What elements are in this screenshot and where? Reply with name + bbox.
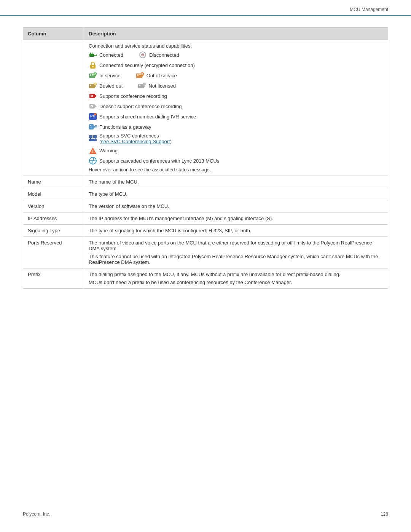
svc-link-wrap: (see SVC Conferencing Support) [99, 139, 172, 144]
ivr-row: IVR * Supports shared number dialing IVR… [89, 112, 383, 121]
table-row-name: Name The name of the MCU. [23, 176, 388, 188]
svc-label: Supports SVC conferences [99, 133, 172, 139]
svg-marker-40 [95, 94, 97, 97]
svg-point-39 [91, 96, 92, 97]
table-row-ports: Ports Reserved The number of video and v… [23, 237, 388, 268]
prefix-desc2: MCUs don't need a prefix to be used as c… [89, 280, 383, 285]
ivr-icon: IVR * [89, 112, 97, 121]
service-row: In service [89, 71, 383, 80]
table-row-model: Model The type of MCU. [23, 188, 388, 200]
svg-rect-19 [139, 74, 141, 75]
notlicensed-item: ! Not licensed [138, 81, 176, 90]
svg-rect-34 [143, 86, 145, 86]
warning-row: Warning [89, 146, 383, 155]
svg-marker-44 [95, 105, 97, 108]
svc-link[interactable]: see SVC Conferencing Support [101, 139, 170, 144]
svg-rect-50 [90, 125, 91, 126]
busiedout-item: B Busied out [89, 81, 123, 90]
norecording-row: Doesn't support conference recording [89, 102, 383, 110]
cascade-label: Supports cascaded conferences with Lync … [99, 158, 219, 164]
table-row-signaling: Signaling Type The type of signaling for… [23, 225, 388, 237]
page-content: Column Description Connection and servic… [0, 27, 411, 289]
svg-rect-63 [92, 150, 93, 152]
desc-prefix: The dialing prefix assigned to the MCU, … [84, 268, 388, 289]
svg-rect-0 [89, 54, 94, 57]
svg-rect-56 [89, 135, 92, 138]
outofservice-item: Out of service [136, 71, 177, 80]
svg-rect-2 [92, 53, 92, 54]
desc-ip: The IP address for the MCU's management … [84, 212, 388, 225]
cascade-row: Supports cascaded conferences with Lync … [89, 157, 383, 165]
secure-label: Connected securely (encrypted connection… [99, 62, 195, 68]
connected-icon [89, 51, 97, 59]
norecording-icon [89, 102, 97, 110]
warning-label: Warning [99, 148, 118, 153]
ivr-label: Supports shared number dialing IVR servi… [99, 114, 196, 120]
svg-marker-4 [96, 54, 97, 57]
connected-row: Connected Disconnected [89, 51, 383, 59]
busied-row: B Busied out [89, 81, 383, 90]
prefix-desc1: The dialing prefix assigned to the MCU, … [89, 272, 383, 277]
disconnected-item: Disconnected [139, 51, 179, 59]
outofservice-label: Out of service [147, 73, 177, 78]
svg-rect-58 [89, 139, 97, 141]
desc-header: Description [84, 28, 388, 40]
desc-version: The version of software on the MCU. [84, 200, 388, 212]
ports-desc1: The number of video and voice ports on t… [89, 240, 383, 251]
svc-row: Supports SVC conferences (see SVC Confer… [89, 133, 383, 144]
col-signaling: Signaling Type [23, 225, 84, 237]
svg-point-64 [92, 152, 93, 153]
col-ip: IP Addresses [23, 212, 84, 225]
svc-text: Supports SVC conferences (see SVC Confer… [99, 133, 172, 144]
col-prefix: Prefix [23, 268, 84, 289]
svg-rect-57 [93, 135, 97, 138]
col-model: Model [23, 188, 84, 200]
header-title: MCU Management [350, 7, 388, 12]
col-version: Version [23, 200, 84, 212]
hover-note: Hover over an icon to see the associated… [89, 167, 383, 173]
desc-name: The name of the MCU. [84, 176, 388, 188]
svg-rect-18 [137, 74, 139, 76]
svg-rect-9 [92, 66, 94, 67]
svg-rect-15 [94, 75, 96, 76]
svg-rect-26 [90, 85, 91, 86]
recording-label: Supports conference recording [99, 93, 167, 99]
busiedout-icon: B [89, 81, 97, 90]
svg-rect-32 [139, 85, 140, 86]
svg-rect-13 [92, 75, 93, 76]
svg-rect-11 [90, 74, 91, 76]
desc-signaling: The type of signaling for which the MCU … [84, 225, 388, 237]
gateway-row: Functions as a gateway [89, 123, 383, 131]
svc-paren-close: ) [170, 139, 172, 144]
svg-rect-12 [92, 74, 94, 75]
warning-icon [89, 146, 97, 155]
footer-company: Polycom, Inc. [23, 511, 50, 517]
disconnected-label: Disconnected [149, 52, 179, 58]
notlicensed-icon: ! [138, 81, 146, 90]
cascade-icon [89, 157, 97, 165]
svg-rect-1 [90, 53, 91, 54]
recording-icon [89, 92, 97, 100]
svg-rect-21 [142, 75, 143, 76]
svg-rect-28 [94, 86, 96, 86]
col-header: Column [23, 28, 84, 40]
table-row-prefix: Prefix The dialing prefix assigned to th… [23, 268, 388, 289]
desc-ports: The number of video and voice ports on t… [84, 237, 388, 268]
busiedout-label: Busied out [99, 83, 123, 89]
inservice-item: In service [89, 71, 121, 80]
svg-text:!: ! [144, 83, 145, 86]
svg-text:B: B [94, 83, 96, 86]
footer-page: 128 [381, 511, 388, 517]
table-row-ip: IP Addresses The IP address for the MCU'… [23, 212, 388, 225]
page-header: MCU Management [0, 0, 411, 16]
table-row-status: Connection and service status and capabi… [23, 40, 388, 176]
recording-row: Supports conference recording [89, 92, 383, 100]
col-ports: Ports Reserved [23, 237, 84, 268]
inservice-label: In service [99, 73, 121, 78]
desc-model: The type of MCU. [84, 188, 388, 200]
table-row-version: Version The version of software on the M… [23, 200, 388, 212]
page-footer: Polycom, Inc. 128 [0, 511, 411, 517]
col-name: Name [23, 176, 84, 188]
svg-point-43 [91, 106, 92, 107]
svg-text:*: * [95, 113, 96, 116]
